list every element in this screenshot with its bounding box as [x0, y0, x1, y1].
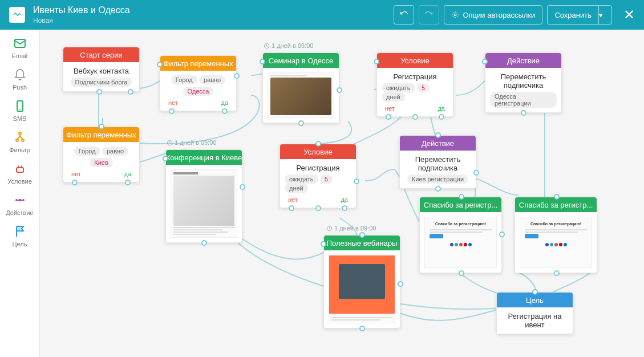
time-tag: 1 дней в 09:00	[326, 225, 376, 232]
svg-point-5	[16, 139, 18, 141]
node-head: Условие	[377, 53, 453, 68]
logo-badge	[9, 7, 25, 23]
filter-icon	[13, 131, 27, 144]
email-preview	[268, 72, 334, 118]
svg-point-8	[18, 165, 19, 167]
node-head: Фильтр переменных	[160, 56, 236, 71]
options-label: Опции авторассылки	[463, 11, 535, 19]
options-button[interactable]: Опции авторассылки	[444, 5, 542, 25]
sidebar-item-sms[interactable]: SMS	[0, 95, 39, 126]
svg-point-6	[22, 139, 24, 141]
svg-point-10	[15, 199, 18, 201]
svg-point-11	[22, 199, 25, 201]
node-goal[interactable]: Цель Регистрация на ивент	[496, 292, 573, 334]
save-button[interactable]: Сохранить	[547, 5, 598, 25]
svg-point-4	[19, 132, 21, 135]
svg-point-3	[19, 109, 21, 110]
sidebar-item-filter[interactable]: Фильтр	[0, 126, 39, 157]
node-condition-2[interactable]: Условие Регистрация ожидать 5 дней нетда	[280, 144, 357, 208]
node-head: Действие	[485, 53, 561, 68]
email-preview	[329, 255, 395, 323]
node-action-kiev[interactable]: Действие Переместить подписчика Киев рег…	[399, 135, 476, 189]
sidebar: Email Push SMS Фильтр Условие Действие Ц…	[0, 30, 40, 357]
undo-button[interactable]	[394, 5, 414, 25]
node-thanks-2[interactable]: Спасибо за регистр... Спасибо за регистр…	[515, 197, 597, 273]
node-thanks-1[interactable]: Спасибо за регистр... Спасибо за регистр…	[419, 197, 502, 273]
page-title: Ивенты Киев и Одесса	[33, 5, 394, 15]
node-head: Семинар в Одессе	[263, 53, 339, 68]
svg-rect-7	[17, 168, 23, 172]
svg-point-0	[455, 14, 457, 16]
email-preview: Спасибо за регистрацию!	[520, 217, 592, 268]
email-icon	[13, 36, 27, 50]
time-tag: 1 дней в 09:00	[264, 42, 313, 49]
node-head: Конференция в Киеве	[166, 150, 242, 165]
page-status: Новая	[33, 17, 394, 25]
header: Ивенты Киев и Одесса Новая Опции авторас…	[0, 0, 644, 30]
email-preview	[171, 169, 237, 238]
node-action-odessa[interactable]: Действие Переместить подписчика Одесса р…	[485, 52, 562, 113]
goal-icon	[13, 225, 27, 238]
condition-icon	[13, 162, 27, 176]
canvas[interactable]: Старт серии Вебхук контакта Подписчики б…	[40, 30, 644, 357]
node-webinars[interactable]: Полезные вебинары	[323, 235, 400, 328]
start-pill: Подписчики блога	[71, 78, 132, 87]
sidebar-item-goal[interactable]: Цель	[0, 220, 39, 251]
svg-point-9	[21, 165, 22, 167]
node-condition-1[interactable]: Условие Регистрация ожидать 5 дней нетда	[376, 52, 453, 117]
node-head: Старт серии	[63, 47, 139, 62]
action-icon	[13, 193, 27, 207]
sidebar-item-condition[interactable]: Условие	[0, 157, 39, 189]
redo-button[interactable]	[419, 5, 439, 25]
start-label: Вебхук контакта	[74, 67, 129, 75]
save-dropdown-button[interactable]: ▾	[598, 5, 612, 25]
bell-icon	[13, 68, 27, 82]
sidebar-item-action[interactable]: Действие	[0, 189, 39, 220]
node-seminar[interactable]: Семинар в Одессе	[262, 52, 339, 123]
sidebar-item-push[interactable]: Push	[0, 63, 39, 95]
node-conference[interactable]: Конференция в Киеве	[165, 149, 242, 243]
close-icon[interactable]: ✕	[623, 7, 635, 23]
phone-icon	[13, 99, 27, 113]
sidebar-item-email[interactable]: Email	[0, 32, 39, 63]
email-preview: Спасибо за регистрацию!	[424, 217, 497, 268]
svg-rect-12	[19, 199, 21, 201]
node-filter-kiev[interactable]: Фильтр переменных Город равно Киев нетда	[63, 127, 140, 182]
node-filter-odessa[interactable]: Фильтр переменных Город равно Одесса нет…	[160, 55, 237, 111]
node-start[interactable]: Старт серии Вебхук контакта Подписчики б…	[63, 47, 140, 92]
title-block: Ивенты Киев и Одесса Новая	[33, 5, 394, 25]
time-tag: 1 дней в 09:00	[167, 139, 216, 146]
